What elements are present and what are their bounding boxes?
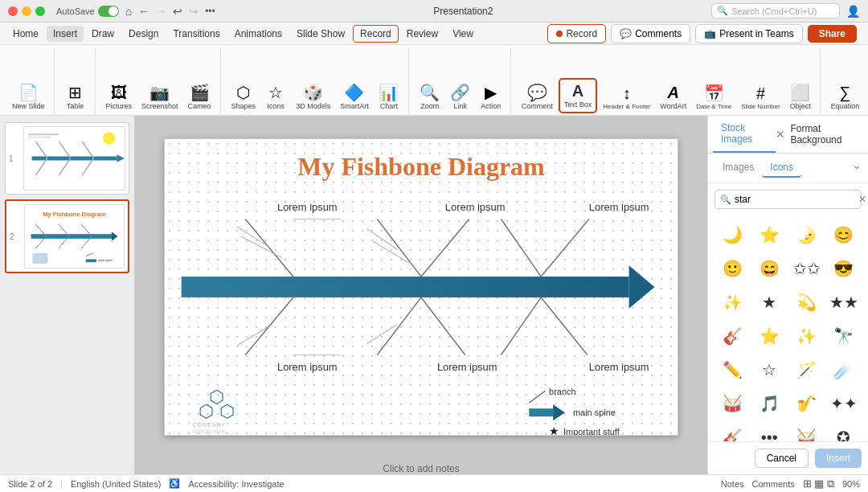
icon-search-row[interactable]: 🔍 ✕ bbox=[714, 190, 862, 209]
icon-cell-star1[interactable]: ⭐ bbox=[751, 219, 787, 251]
inner-tab-images[interactable]: Images bbox=[714, 158, 762, 178]
menu-slideshow[interactable]: Slide Show bbox=[290, 26, 351, 42]
table-button[interactable]: ⊞ Table bbox=[61, 81, 90, 113]
slide-thumb-1[interactable]: 1 bbox=[5, 122, 129, 195]
slide-title[interactable]: My Fishbone Diagram bbox=[165, 152, 678, 182]
menu-animations[interactable]: Animations bbox=[228, 26, 289, 42]
menu-review[interactable]: Review bbox=[400, 26, 444, 42]
comments-button-status[interactable]: Comments bbox=[752, 479, 795, 489]
minimize-button[interactable] bbox=[22, 6, 31, 16]
icon-cell-music-notes[interactable]: 🎵 bbox=[751, 387, 787, 420]
date-time-button[interactable]: 📅 Date & Time bbox=[692, 82, 735, 113]
icon-cell-star-fancy[interactable]: ✪ bbox=[826, 421, 862, 441]
menu-design[interactable]: Design bbox=[122, 26, 165, 42]
tab-stock-images[interactable]: Stock Images bbox=[713, 116, 776, 153]
maximize-button[interactable] bbox=[35, 6, 45, 16]
present-button[interactable]: 📺 Present in Teams bbox=[695, 24, 803, 43]
icon-cell-stars3[interactable]: ✦✦ bbox=[826, 387, 862, 420]
menu-draw[interactable]: Draw bbox=[85, 26, 121, 42]
menu-transitions[interactable]: Transitions bbox=[166, 26, 226, 42]
wordart-button[interactable]: A WordArt bbox=[656, 81, 690, 113]
symbol-button[interactable]: Ω Symbol bbox=[865, 81, 868, 113]
icon-cell-star-big[interactable]: ⭐ bbox=[751, 320, 787, 352]
panel-expand-icon[interactable]: ⌄ bbox=[852, 158, 862, 178]
icon-cell-star-sparkle[interactable]: ✨ bbox=[789, 320, 825, 352]
menu-record[interactable]: Record bbox=[353, 25, 399, 43]
icon-cell-drum2[interactable]: 🎷 bbox=[789, 387, 825, 420]
icon-cell-smile[interactable]: 🙂 bbox=[714, 252, 750, 285]
shapes-button[interactable]: ⬡ Shapes bbox=[227, 81, 260, 113]
close-button[interactable] bbox=[8, 6, 18, 16]
icon-cell-guitar1[interactable]: 🎸 bbox=[714, 320, 750, 352]
cameo-button[interactable]: 🎬 Cameo bbox=[184, 81, 215, 113]
notes-button[interactable]: Notes bbox=[721, 479, 744, 489]
icon-cell-star-crescent[interactable]: 🌙 bbox=[714, 219, 750, 251]
icon-cell-telescope[interactable]: 🔭 bbox=[826, 320, 862, 352]
text-box-button[interactable]: A Text Box bbox=[559, 78, 598, 113]
icon-cell-happy[interactable]: 😄 bbox=[751, 252, 787, 285]
share-button[interactable]: Share bbox=[808, 25, 857, 43]
icon-cell-crescent[interactable]: 🌛 bbox=[789, 219, 825, 251]
home-icon[interactable]: ⌂ bbox=[125, 5, 132, 18]
icon-cell-sparkle[interactable]: ✨ bbox=[714, 286, 750, 318]
icon-cell-comet[interactable]: ☄️ bbox=[826, 354, 862, 386]
icon-cell-drums1[interactable]: 🥁 bbox=[714, 387, 750, 420]
object-icon: ⬜ bbox=[790, 84, 810, 100]
accessibility-info[interactable]: Accessibility: Investigate bbox=[188, 479, 284, 489]
undo-icon[interactable]: ↩ bbox=[173, 5, 182, 18]
menu-home[interactable]: Home bbox=[6, 26, 45, 42]
forward-icon[interactable]: → bbox=[156, 5, 166, 17]
back-icon[interactable]: ← bbox=[138, 5, 149, 18]
canvas-area[interactable]: My Fishbone Diagram bbox=[135, 116, 707, 474]
chart-button[interactable]: 📊 Chart bbox=[375, 81, 403, 113]
slide-thumb-2[interactable]: 2 My Fishbone Diagram bbox=[5, 199, 129, 273]
comment-button[interactable]: 💬 Comment bbox=[518, 81, 557, 113]
icon-cell-stars-2[interactable]: ★★ bbox=[826, 286, 862, 318]
document-title: Presentation2 bbox=[222, 6, 705, 17]
new-slide-button[interactable]: 📄 New Slide bbox=[8, 81, 49, 113]
header-footer-button[interactable]: ↕ Header & Footer bbox=[599, 82, 654, 113]
icon-cell-wand[interactable]: 🪄 bbox=[789, 354, 825, 386]
icon-cell-stars-outline[interactable]: ✩✩ bbox=[789, 252, 825, 285]
panel-close-button[interactable]: ✕ bbox=[776, 128, 785, 141]
inner-tab-icons[interactable]: Icons bbox=[762, 158, 801, 178]
icon-cell-guitar2[interactable]: 🎸 bbox=[714, 421, 750, 441]
icon-cell-drum3[interactable]: 🥁 bbox=[789, 421, 825, 441]
icons-button[interactable]: ☆ Icons bbox=[261, 81, 290, 113]
icon-cell-smile-star[interactable]: 😊 bbox=[826, 219, 862, 251]
more-icon[interactable]: ••• bbox=[205, 6, 215, 17]
record-button[interactable]: Record bbox=[547, 24, 606, 43]
zoom-button[interactable]: 🔍 Zoom bbox=[416, 81, 444, 113]
icon-search-input[interactable] bbox=[735, 194, 855, 205]
icon-cell-pencil1[interactable]: ✏️ bbox=[714, 354, 750, 386]
profile-icon[interactable]: 👤 bbox=[846, 5, 860, 18]
autosave-toggle[interactable] bbox=[98, 6, 119, 17]
icon-cell-star-filled[interactable]: ★ bbox=[751, 286, 787, 318]
redo-icon[interactable]: ↪ bbox=[189, 5, 199, 18]
comments-button[interactable]: 💬 Comments bbox=[611, 24, 690, 43]
svg-marker-26 bbox=[629, 265, 655, 309]
view-icons[interactable]: ⊞ ▦ ⧉ bbox=[803, 478, 834, 490]
search-bar[interactable]: 🔍 Search (Cmd+Ctrl+U) bbox=[711, 3, 840, 18]
icon-cell-shooting-star[interactable]: 💫 bbox=[789, 286, 825, 318]
link-button[interactable]: 🔗 Link bbox=[446, 81, 475, 113]
tab-format-background[interactable]: Format Background bbox=[785, 123, 863, 146]
smartart-button[interactable]: 🔷 SmartArt bbox=[336, 81, 373, 113]
icon-cell-star-outline[interactable]: ☆ bbox=[751, 354, 787, 386]
action-button[interactable]: ▶ Action bbox=[477, 81, 506, 113]
slide-number-button[interactable]: # Slide Number bbox=[737, 82, 784, 113]
cancel-button[interactable]: Cancel bbox=[755, 449, 809, 468]
icon-cell-fancy-smile[interactable]: 😎 bbox=[826, 252, 862, 285]
menu-view[interactable]: View bbox=[446, 26, 480, 42]
insert-button[interactable]: Insert bbox=[815, 449, 862, 468]
screenshot-button[interactable]: 📷 Screenshot bbox=[137, 81, 182, 113]
menu-insert[interactable]: Insert bbox=[47, 26, 84, 42]
icon-cell-dots[interactable]: ••• bbox=[751, 421, 787, 441]
svg-point-2 bbox=[103, 132, 115, 144]
3d-models-button[interactable]: 🎲 3D Models bbox=[292, 81, 334, 113]
search-clear-icon[interactable]: ✕ bbox=[858, 194, 866, 205]
object-button[interactable]: ⬜ Object bbox=[786, 81, 815, 113]
pictures-button[interactable]: 🖼 Pictures bbox=[102, 81, 137, 113]
click-to-add-notes[interactable]: Click to add notes bbox=[383, 463, 459, 474]
equation-button[interactable]: ∑ Equation bbox=[827, 81, 864, 113]
